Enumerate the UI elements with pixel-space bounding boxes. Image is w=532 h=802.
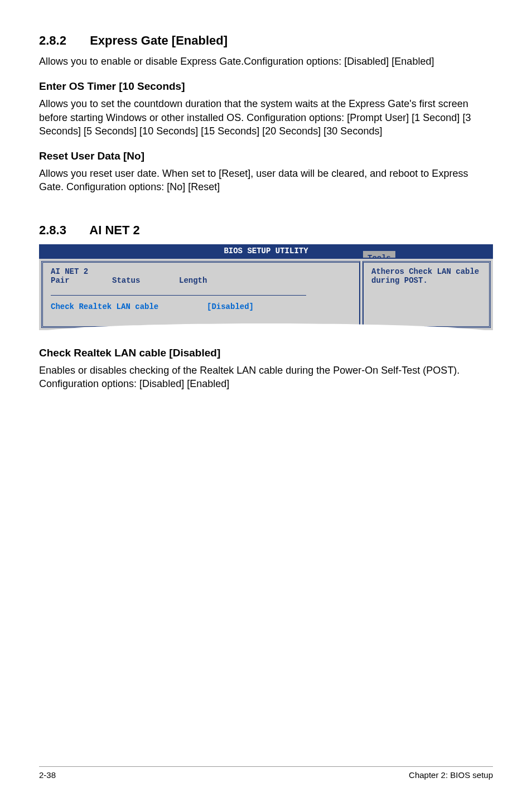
check-realtek-body: Enables or disables checking of the Real…: [39, 364, 493, 391]
bios-col-pair: Pair: [51, 276, 112, 285]
section-heading-283: 2.8.3 AI NET 2: [39, 223, 493, 238]
reset-user-heading: Reset User Data [No]: [39, 150, 493, 162]
section-num-283: 2.8.3: [39, 223, 86, 238]
bios-screenshot: BIOS SETUP UTILITY Tools AI NET 2 Pair S…: [39, 244, 493, 330]
section-title-283: AI NET 2: [89, 223, 139, 237]
footer-page-num: 2-38: [39, 770, 56, 780]
bios-col-length: Length: [179, 276, 207, 285]
bios-body: AI NET 2 Pair Status Length Check Realte…: [39, 258, 493, 330]
bios-header: BIOS SETUP UTILITY Tools: [39, 244, 493, 258]
bios-setting-value: [Disabled]: [207, 302, 254, 311]
bios-right-panel: Atheros Check LAN cable during POST.: [362, 261, 491, 328]
bios-header-title: BIOS SETUP UTILITY: [224, 247, 308, 255]
bios-setting-row: Check Realtek LAN cable [Disabled]: [51, 302, 351, 311]
bios-divider: [51, 295, 306, 296]
bios-col-status: Status: [112, 276, 179, 285]
bios-setting-label: Check Realtek LAN cable: [51, 302, 207, 311]
footer-chapter: Chapter 2: BIOS setup: [409, 770, 493, 780]
enter-os-heading: Enter OS Timer [10 Seconds]: [39, 80, 493, 93]
reset-user-body: Allows you reset user date. When set to …: [39, 167, 493, 194]
bios-column-headers: Pair Status Length: [51, 276, 351, 285]
check-realtek-heading: Check Realtek LAN cable [Disabled]: [39, 347, 493, 359]
section-title-282: Express Gate [Enabled]: [90, 33, 228, 47]
section-282-body: Allows you to enable or disable Express …: [39, 55, 493, 68]
bios-left-panel: AI NET 2 Pair Status Length Check Realte…: [41, 261, 360, 328]
bios-left-h1: AI NET 2: [51, 267, 351, 276]
section-num-282: 2.8.2: [39, 33, 86, 48]
page-footer: 2-38 Chapter 2: BIOS setup: [39, 766, 493, 780]
section-heading-282: 2.8.2 Express Gate [Enabled]: [39, 33, 493, 48]
enter-os-body: Allows you to set the countdown duration…: [39, 97, 493, 138]
